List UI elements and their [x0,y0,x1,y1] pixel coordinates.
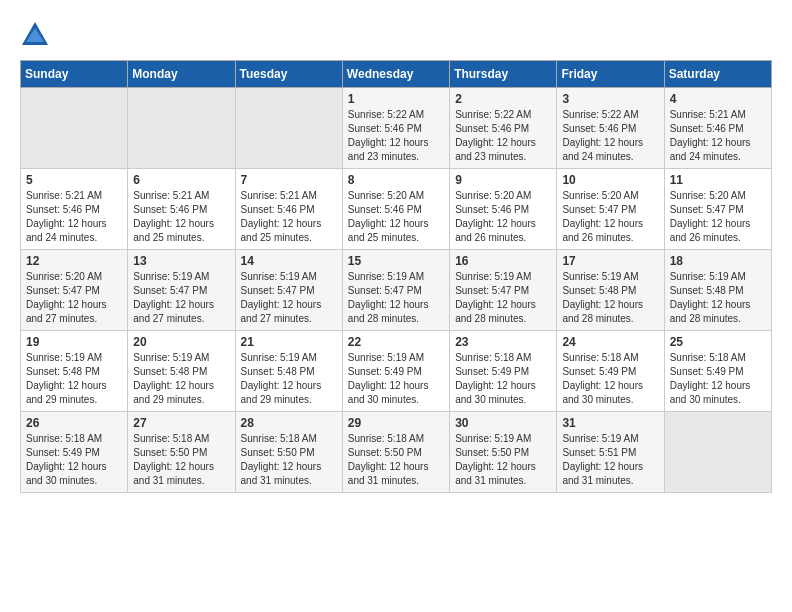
calendar-cell [128,88,235,169]
header-day-tuesday: Tuesday [235,61,342,88]
day-info: Sunrise: 5:18 AM Sunset: 5:50 PM Dayligh… [348,432,444,488]
calendar-cell: 7Sunrise: 5:21 AM Sunset: 5:46 PM Daylig… [235,169,342,250]
day-number: 6 [133,173,229,187]
calendar-cell: 10Sunrise: 5:20 AM Sunset: 5:47 PM Dayli… [557,169,664,250]
calendar-cell: 4Sunrise: 5:21 AM Sunset: 5:46 PM Daylig… [664,88,771,169]
day-info: Sunrise: 5:19 AM Sunset: 5:49 PM Dayligh… [348,351,444,407]
calendar-cell [235,88,342,169]
day-number: 3 [562,92,658,106]
day-number: 27 [133,416,229,430]
calendar-cell: 31Sunrise: 5:19 AM Sunset: 5:51 PM Dayli… [557,412,664,493]
day-info: Sunrise: 5:20 AM Sunset: 5:47 PM Dayligh… [562,189,658,245]
calendar-body: 1Sunrise: 5:22 AM Sunset: 5:46 PM Daylig… [21,88,772,493]
header-day-wednesday: Wednesday [342,61,449,88]
day-info: Sunrise: 5:22 AM Sunset: 5:46 PM Dayligh… [348,108,444,164]
day-number: 24 [562,335,658,349]
day-number: 18 [670,254,766,268]
day-info: Sunrise: 5:19 AM Sunset: 5:48 PM Dayligh… [562,270,658,326]
day-number: 7 [241,173,337,187]
day-number: 4 [670,92,766,106]
day-info: Sunrise: 5:19 AM Sunset: 5:47 PM Dayligh… [348,270,444,326]
calendar-cell [21,88,128,169]
day-number: 19 [26,335,122,349]
day-number: 13 [133,254,229,268]
day-number: 25 [670,335,766,349]
calendar-cell: 13Sunrise: 5:19 AM Sunset: 5:47 PM Dayli… [128,250,235,331]
day-number: 14 [241,254,337,268]
calendar-cell: 19Sunrise: 5:19 AM Sunset: 5:48 PM Dayli… [21,331,128,412]
calendar-cell: 20Sunrise: 5:19 AM Sunset: 5:48 PM Dayli… [128,331,235,412]
day-number: 29 [348,416,444,430]
calendar-cell: 11Sunrise: 5:20 AM Sunset: 5:47 PM Dayli… [664,169,771,250]
day-info: Sunrise: 5:20 AM Sunset: 5:46 PM Dayligh… [348,189,444,245]
calendar-cell: 21Sunrise: 5:19 AM Sunset: 5:48 PM Dayli… [235,331,342,412]
calendar-cell: 26Sunrise: 5:18 AM Sunset: 5:49 PM Dayli… [21,412,128,493]
day-info: Sunrise: 5:20 AM Sunset: 5:47 PM Dayligh… [26,270,122,326]
calendar-cell: 29Sunrise: 5:18 AM Sunset: 5:50 PM Dayli… [342,412,449,493]
logo [20,20,54,50]
day-info: Sunrise: 5:19 AM Sunset: 5:47 PM Dayligh… [241,270,337,326]
calendar-cell: 2Sunrise: 5:22 AM Sunset: 5:46 PM Daylig… [450,88,557,169]
day-number: 22 [348,335,444,349]
day-info: Sunrise: 5:19 AM Sunset: 5:48 PM Dayligh… [26,351,122,407]
day-number: 30 [455,416,551,430]
calendar-cell: 9Sunrise: 5:20 AM Sunset: 5:46 PM Daylig… [450,169,557,250]
day-number: 10 [562,173,658,187]
day-number: 11 [670,173,766,187]
day-info: Sunrise: 5:20 AM Sunset: 5:47 PM Dayligh… [670,189,766,245]
header-day-thursday: Thursday [450,61,557,88]
calendar-cell: 3Sunrise: 5:22 AM Sunset: 5:46 PM Daylig… [557,88,664,169]
day-number: 5 [26,173,122,187]
day-number: 1 [348,92,444,106]
day-number: 31 [562,416,658,430]
calendar-cell: 15Sunrise: 5:19 AM Sunset: 5:47 PM Dayli… [342,250,449,331]
calendar-cell: 12Sunrise: 5:20 AM Sunset: 5:47 PM Dayli… [21,250,128,331]
day-number: 17 [562,254,658,268]
day-info: Sunrise: 5:18 AM Sunset: 5:49 PM Dayligh… [455,351,551,407]
day-number: 16 [455,254,551,268]
calendar-cell [664,412,771,493]
day-info: Sunrise: 5:19 AM Sunset: 5:47 PM Dayligh… [133,270,229,326]
header-day-sunday: Sunday [21,61,128,88]
calendar-cell: 24Sunrise: 5:18 AM Sunset: 5:49 PM Dayli… [557,331,664,412]
calendar-cell: 16Sunrise: 5:19 AM Sunset: 5:47 PM Dayli… [450,250,557,331]
calendar-cell: 1Sunrise: 5:22 AM Sunset: 5:46 PM Daylig… [342,88,449,169]
calendar-cell: 23Sunrise: 5:18 AM Sunset: 5:49 PM Dayli… [450,331,557,412]
page-header [20,20,772,50]
day-info: Sunrise: 5:19 AM Sunset: 5:47 PM Dayligh… [455,270,551,326]
day-number: 8 [348,173,444,187]
day-info: Sunrise: 5:22 AM Sunset: 5:46 PM Dayligh… [562,108,658,164]
day-info: Sunrise: 5:21 AM Sunset: 5:46 PM Dayligh… [241,189,337,245]
day-info: Sunrise: 5:22 AM Sunset: 5:46 PM Dayligh… [455,108,551,164]
day-info: Sunrise: 5:19 AM Sunset: 5:48 PM Dayligh… [241,351,337,407]
calendar-cell: 22Sunrise: 5:19 AM Sunset: 5:49 PM Dayli… [342,331,449,412]
day-number: 21 [241,335,337,349]
week-row-0: 1Sunrise: 5:22 AM Sunset: 5:46 PM Daylig… [21,88,772,169]
day-number: 9 [455,173,551,187]
calendar-cell: 17Sunrise: 5:19 AM Sunset: 5:48 PM Dayli… [557,250,664,331]
header-row: SundayMondayTuesdayWednesdayThursdayFrid… [21,61,772,88]
calendar-cell: 28Sunrise: 5:18 AM Sunset: 5:50 PM Dayli… [235,412,342,493]
day-info: Sunrise: 5:18 AM Sunset: 5:50 PM Dayligh… [241,432,337,488]
header-day-friday: Friday [557,61,664,88]
week-row-3: 19Sunrise: 5:19 AM Sunset: 5:48 PM Dayli… [21,331,772,412]
calendar-table: SundayMondayTuesdayWednesdayThursdayFrid… [20,60,772,493]
day-number: 28 [241,416,337,430]
calendar-cell: 27Sunrise: 5:18 AM Sunset: 5:50 PM Dayli… [128,412,235,493]
calendar-header: SundayMondayTuesdayWednesdayThursdayFrid… [21,61,772,88]
calendar-cell: 5Sunrise: 5:21 AM Sunset: 5:46 PM Daylig… [21,169,128,250]
header-day-monday: Monday [128,61,235,88]
logo-icon [20,20,50,50]
day-info: Sunrise: 5:21 AM Sunset: 5:46 PM Dayligh… [133,189,229,245]
day-number: 15 [348,254,444,268]
day-info: Sunrise: 5:19 AM Sunset: 5:48 PM Dayligh… [133,351,229,407]
day-info: Sunrise: 5:19 AM Sunset: 5:48 PM Dayligh… [670,270,766,326]
calendar-cell: 14Sunrise: 5:19 AM Sunset: 5:47 PM Dayli… [235,250,342,331]
week-row-1: 5Sunrise: 5:21 AM Sunset: 5:46 PM Daylig… [21,169,772,250]
day-number: 23 [455,335,551,349]
day-info: Sunrise: 5:21 AM Sunset: 5:46 PM Dayligh… [26,189,122,245]
day-number: 12 [26,254,122,268]
day-info: Sunrise: 5:18 AM Sunset: 5:49 PM Dayligh… [670,351,766,407]
calendar-cell: 6Sunrise: 5:21 AM Sunset: 5:46 PM Daylig… [128,169,235,250]
day-info: Sunrise: 5:18 AM Sunset: 5:50 PM Dayligh… [133,432,229,488]
